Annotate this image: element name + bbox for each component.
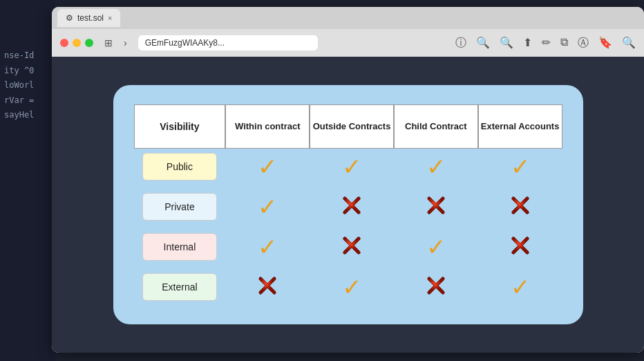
row-label-text-internal: Internal [142, 233, 217, 261]
cross-icon [341, 194, 363, 216]
cell-public-col4: ✓ [478, 149, 562, 185]
browser-tab[interactable]: ⚙ test.sol × [57, 9, 120, 27]
tab-bar: ⚙ test.sol × [52, 7, 644, 29]
content-area: Visibility Within contract Outside Contr… [52, 57, 644, 353]
visibility-card: Visibility Within contract Outside Contr… [113, 85, 583, 324]
close-button[interactable] [60, 39, 68, 47]
row-label-internal: Internal [134, 229, 226, 265]
browser-window: ⚙ test.sol × ⊞ › GEmFuzgWIAAKy8... ⓘ 🔍 🔍… [52, 7, 644, 353]
cell-internal-col4 [478, 229, 562, 265]
traffic-lights [60, 39, 93, 47]
col-header-outside: Outside Contracts [310, 104, 394, 149]
cross-icon [341, 234, 363, 257]
visibility-table: Visibility Within contract Outside Contr… [134, 104, 562, 305]
check-icon: ✓ [511, 155, 530, 178]
share-icon[interactable]: ⬆ [523, 36, 532, 50]
row-label-text-external: External [142, 273, 217, 301]
cross-icon [425, 194, 447, 216]
check-icon: ✓ [342, 155, 361, 178]
row-label-private: Private [134, 189, 226, 225]
zoom-in-icon[interactable]: 🔍 [500, 36, 513, 50]
cross-icon [425, 275, 447, 297]
row-label-text-private: Private [142, 193, 217, 221]
bookmark-icon[interactable]: 🔖 [598, 36, 612, 50]
search-icon[interactable]: 🔍 [622, 36, 636, 50]
layout-toggle-icon[interactable]: › [124, 37, 127, 48]
code-line: ity ^0 [4, 64, 51, 79]
row-label-public: Public [134, 149, 226, 185]
table-row: Public ✓ ✓ ✓ ✓ [134, 149, 562, 185]
maximize-button[interactable] [85, 39, 93, 47]
code-line: nse-Id [4, 48, 51, 64]
col-header-child: Child Contract [394, 104, 478, 149]
table-row: Private ✓ [134, 189, 562, 225]
cell-public-col1: ✓ [225, 149, 310, 185]
cross-icon [509, 194, 531, 216]
reader-icon[interactable]: Ⓐ [578, 36, 589, 50]
url-bar[interactable]: GEmFuzgWIAAKy8... [138, 35, 318, 50]
copy-icon[interactable]: ⧉ [560, 36, 568, 50]
cell-private-col2 [310, 189, 394, 225]
cell-public-col2: ✓ [310, 149, 394, 185]
toolbar-icons: ⓘ 🔍 🔍 ⬆ ✏ ⧉ Ⓐ 🔖 🔍 [455, 36, 636, 50]
minimize-button[interactable] [73, 39, 81, 47]
address-bar: ⊞ › GEmFuzgWIAAKy8... ⓘ 🔍 🔍 ⬆ ✏ ⧉ Ⓐ 🔖 🔍 [52, 29, 644, 57]
info-icon[interactable]: ⓘ [455, 36, 466, 50]
cell-external-col1 [225, 269, 310, 305]
table-row: Internal ✓ ✓ [134, 229, 562, 265]
cell-internal-col3: ✓ [394, 229, 478, 265]
row-label-text-public: Public [142, 153, 217, 180]
cell-private-col1: ✓ [225, 189, 310, 225]
tab-favicon: ⚙ [66, 13, 73, 23]
tab-title: test.sol [77, 13, 104, 23]
check-icon: ✓ [258, 195, 277, 219]
cell-external-col3 [394, 269, 478, 305]
check-icon: ✓ [426, 235, 446, 259]
check-icon: ✓ [258, 155, 277, 178]
col-header-external: External Accounts [478, 104, 562, 149]
cell-private-col3 [394, 189, 478, 225]
code-line: sayHel [4, 108, 51, 123]
check-icon: ✓ [511, 275, 530, 299]
tab-close-button[interactable]: × [108, 14, 112, 22]
col-header-visibility: Visibility [134, 104, 226, 149]
row-label-external: External [134, 269, 226, 305]
check-icon: ✓ [426, 155, 446, 178]
table-row: External ✓ [134, 269, 562, 305]
cell-internal-col1: ✓ [225, 229, 310, 265]
layout-icon[interactable]: ⊞ [104, 37, 113, 48]
edit-icon[interactable]: ✏ [542, 36, 551, 50]
code-line: loWorl [4, 78, 51, 93]
cross-icon [509, 234, 531, 257]
cell-external-col4: ✓ [478, 269, 562, 305]
code-line: rVar = [4, 93, 51, 109]
cell-private-col4 [478, 189, 562, 225]
cross-icon [256, 275, 278, 297]
code-editor-bg: nse-Id ity ^0 loWorl rVar = sayHel [0, 0, 55, 361]
cell-internal-col2 [310, 229, 394, 265]
zoom-out-icon[interactable]: 🔍 [476, 36, 490, 50]
check-icon: ✓ [342, 275, 361, 299]
check-icon: ✓ [258, 235, 277, 259]
col-header-within: Within contract [225, 104, 310, 149]
cell-public-col3: ✓ [394, 149, 478, 185]
cell-external-col2: ✓ [310, 269, 394, 305]
